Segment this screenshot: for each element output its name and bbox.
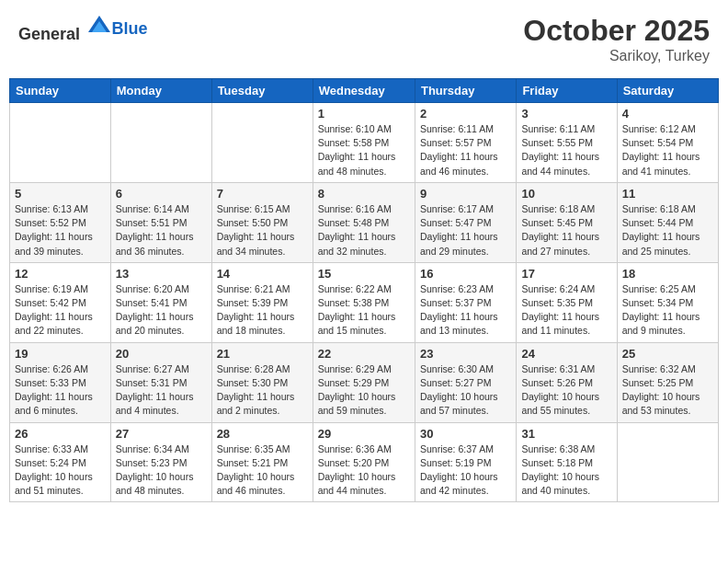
- calendar-cell: 24Sunrise: 6:31 AM Sunset: 5:26 PM Dayli…: [517, 342, 617, 422]
- day-number: 12: [15, 267, 106, 281]
- day-number: 20: [116, 347, 207, 361]
- day-number: 8: [318, 187, 410, 201]
- calendar-cell: 11Sunrise: 6:18 AM Sunset: 5:44 PM Dayli…: [617, 182, 718, 262]
- day-number: 23: [420, 347, 511, 361]
- day-number: 16: [420, 267, 511, 281]
- day-number: 17: [521, 267, 611, 281]
- day-number: 19: [15, 347, 106, 361]
- location: Sarikoy, Turkey: [523, 48, 710, 64]
- calendar-week-3: 12Sunrise: 6:19 AM Sunset: 5:42 PM Dayli…: [10, 262, 719, 342]
- calendar-cell: 3Sunrise: 6:11 AM Sunset: 5:55 PM Daylig…: [517, 103, 617, 183]
- calendar-cell: 6Sunrise: 6:14 AM Sunset: 5:51 PM Daylig…: [110, 182, 211, 262]
- calendar-cell: 26Sunrise: 6:33 AM Sunset: 5:24 PM Dayli…: [10, 422, 111, 502]
- day-info: Sunrise: 6:38 AM Sunset: 5:18 PM Dayligh…: [521, 442, 611, 499]
- calendar-cell: 12Sunrise: 6:19 AM Sunset: 5:42 PM Dayli…: [10, 262, 111, 342]
- calendar-cell: [617, 422, 718, 502]
- day-number: 22: [318, 347, 410, 361]
- calendar-cell: 31Sunrise: 6:38 AM Sunset: 5:18 PM Dayli…: [517, 422, 617, 502]
- calendar-cell: 8Sunrise: 6:16 AM Sunset: 5:48 PM Daylig…: [313, 182, 415, 262]
- calendar-cell: 17Sunrise: 6:24 AM Sunset: 5:35 PM Dayli…: [517, 262, 617, 342]
- day-number: 15: [318, 267, 410, 281]
- day-number: 3: [521, 107, 611, 121]
- day-number: 21: [217, 347, 308, 361]
- day-number: 14: [217, 267, 308, 281]
- day-info: Sunrise: 6:10 AM Sunset: 5:58 PM Dayligh…: [318, 122, 410, 178]
- day-info: Sunrise: 6:11 AM Sunset: 5:55 PM Dayligh…: [521, 122, 611, 178]
- calendar-cell: 30Sunrise: 6:37 AM Sunset: 5:19 PM Dayli…: [415, 422, 516, 502]
- day-number: 30: [420, 427, 511, 441]
- calendar-cell: 18Sunrise: 6:25 AM Sunset: 5:34 PM Dayli…: [617, 262, 718, 342]
- title-block: October 2025 Sarikoy, Turkey: [523, 14, 710, 64]
- day-number: 31: [521, 427, 611, 441]
- logo-icon: [86, 14, 112, 40]
- calendar-cell: 28Sunrise: 6:35 AM Sunset: 5:21 PM Dayli…: [211, 422, 313, 502]
- day-header-wednesday: Wednesday: [313, 79, 415, 103]
- day-info: Sunrise: 6:27 AM Sunset: 5:31 PM Dayligh…: [116, 362, 207, 419]
- day-info: Sunrise: 6:30 AM Sunset: 5:27 PM Dayligh…: [420, 362, 511, 419]
- day-info: Sunrise: 6:22 AM Sunset: 5:38 PM Dayligh…: [318, 282, 410, 339]
- day-info: Sunrise: 6:21 AM Sunset: 5:39 PM Dayligh…: [217, 282, 308, 339]
- calendar-cell: 14Sunrise: 6:21 AM Sunset: 5:39 PM Dayli…: [211, 262, 313, 342]
- calendar-cell: 5Sunrise: 6:13 AM Sunset: 5:52 PM Daylig…: [10, 182, 111, 262]
- day-number: 2: [420, 107, 511, 121]
- day-info: Sunrise: 6:32 AM Sunset: 5:25 PM Dayligh…: [622, 362, 713, 419]
- day-number: 9: [420, 187, 511, 201]
- calendar-week-1: 1Sunrise: 6:10 AM Sunset: 5:58 PM Daylig…: [10, 103, 719, 183]
- day-info: Sunrise: 6:12 AM Sunset: 5:54 PM Dayligh…: [622, 122, 713, 178]
- calendar-week-2: 5Sunrise: 6:13 AM Sunset: 5:52 PM Daylig…: [10, 182, 719, 262]
- day-info: Sunrise: 6:31 AM Sunset: 5:26 PM Dayligh…: [521, 362, 611, 419]
- day-number: 11: [622, 187, 713, 201]
- day-header-saturday: Saturday: [617, 79, 718, 103]
- calendar-cell: 22Sunrise: 6:29 AM Sunset: 5:29 PM Dayli…: [313, 342, 415, 422]
- logo-general: General: [18, 25, 80, 43]
- day-number: 18: [622, 267, 713, 281]
- day-info: Sunrise: 6:23 AM Sunset: 5:37 PM Dayligh…: [420, 282, 511, 339]
- calendar-cell: 13Sunrise: 6:20 AM Sunset: 5:41 PM Dayli…: [110, 262, 211, 342]
- calendar-week-4: 19Sunrise: 6:26 AM Sunset: 5:33 PM Dayli…: [10, 342, 719, 422]
- calendar-cell: 29Sunrise: 6:36 AM Sunset: 5:20 PM Dayli…: [313, 422, 415, 502]
- day-info: Sunrise: 6:14 AM Sunset: 5:51 PM Dayligh…: [116, 202, 207, 259]
- day-header-sunday: Sunday: [10, 79, 111, 103]
- calendar-cell: 7Sunrise: 6:15 AM Sunset: 5:50 PM Daylig…: [211, 182, 313, 262]
- calendar-cell: 16Sunrise: 6:23 AM Sunset: 5:37 PM Dayli…: [415, 262, 516, 342]
- day-info: Sunrise: 6:36 AM Sunset: 5:20 PM Dayligh…: [318, 442, 410, 499]
- day-info: Sunrise: 6:18 AM Sunset: 5:45 PM Dayligh…: [521, 202, 611, 259]
- day-info: Sunrise: 6:15 AM Sunset: 5:50 PM Dayligh…: [217, 202, 308, 259]
- day-number: 7: [217, 187, 308, 201]
- calendar-cell: 4Sunrise: 6:12 AM Sunset: 5:54 PM Daylig…: [617, 103, 718, 183]
- calendar-cell: 19Sunrise: 6:26 AM Sunset: 5:33 PM Dayli…: [10, 342, 111, 422]
- day-info: Sunrise: 6:35 AM Sunset: 5:21 PM Dayligh…: [217, 442, 308, 499]
- day-number: 4: [622, 107, 713, 121]
- calendar-cell: 20Sunrise: 6:27 AM Sunset: 5:31 PM Dayli…: [110, 342, 211, 422]
- day-number: 6: [116, 187, 207, 201]
- day-number: 27: [116, 427, 207, 441]
- day-info: Sunrise: 6:25 AM Sunset: 5:34 PM Dayligh…: [622, 282, 713, 339]
- day-info: Sunrise: 6:18 AM Sunset: 5:44 PM Dayligh…: [622, 202, 713, 259]
- day-header-friday: Friday: [517, 79, 617, 103]
- logo-blue: Blue: [112, 19, 148, 38]
- calendar-cell: 2Sunrise: 6:11 AM Sunset: 5:57 PM Daylig…: [415, 103, 516, 183]
- day-info: Sunrise: 6:26 AM Sunset: 5:33 PM Dayligh…: [15, 362, 106, 419]
- day-number: 28: [217, 427, 308, 441]
- day-info: Sunrise: 6:13 AM Sunset: 5:52 PM Dayligh…: [15, 202, 106, 259]
- day-info: Sunrise: 6:37 AM Sunset: 5:19 PM Dayligh…: [420, 442, 511, 499]
- day-info: Sunrise: 6:17 AM Sunset: 5:47 PM Dayligh…: [420, 202, 511, 259]
- calendar-cell: 23Sunrise: 6:30 AM Sunset: 5:27 PM Dayli…: [415, 342, 516, 422]
- day-info: Sunrise: 6:28 AM Sunset: 5:30 PM Dayligh…: [217, 362, 308, 419]
- calendar-cell: 1Sunrise: 6:10 AM Sunset: 5:58 PM Daylig…: [313, 103, 415, 183]
- day-info: Sunrise: 6:11 AM Sunset: 5:57 PM Dayligh…: [420, 122, 511, 178]
- day-number: 10: [521, 187, 611, 201]
- calendar-table: SundayMondayTuesdayWednesdayThursdayFrid…: [9, 78, 719, 502]
- day-info: Sunrise: 6:20 AM Sunset: 5:41 PM Dayligh…: [116, 282, 207, 339]
- calendar-cell: 15Sunrise: 6:22 AM Sunset: 5:38 PM Dayli…: [313, 262, 415, 342]
- day-number: 25: [622, 347, 713, 361]
- day-info: Sunrise: 6:29 AM Sunset: 5:29 PM Dayligh…: [318, 362, 410, 419]
- calendar-cell: [10, 103, 111, 183]
- calendar-cell: 21Sunrise: 6:28 AM Sunset: 5:30 PM Dayli…: [211, 342, 313, 422]
- month-title: October 2025: [523, 14, 710, 48]
- day-number: 24: [521, 347, 611, 361]
- day-number: 13: [116, 267, 207, 281]
- calendar-cell: 27Sunrise: 6:34 AM Sunset: 5:23 PM Dayli…: [110, 422, 211, 502]
- day-info: Sunrise: 6:16 AM Sunset: 5:48 PM Dayligh…: [318, 202, 410, 259]
- calendar-cell: 25Sunrise: 6:32 AM Sunset: 5:25 PM Dayli…: [617, 342, 718, 422]
